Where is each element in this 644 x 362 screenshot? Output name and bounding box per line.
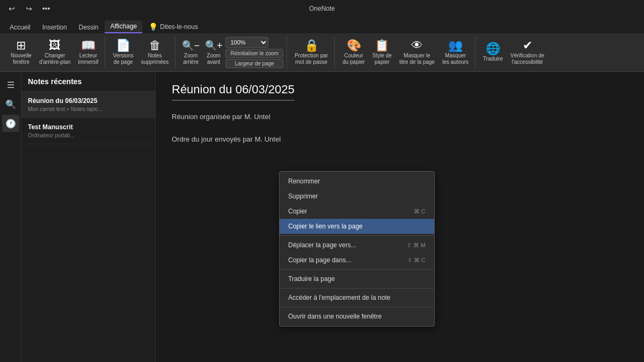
nouvelle-fenetre-button[interactable]: ⊞ Nouvellefenêtre <box>8 38 35 68</box>
style-button[interactable]: 📋 Style depapier <box>369 38 395 68</box>
menu-item-copier[interactable]: Copier ⌘ C <box>280 204 434 219</box>
menu-divider-1 <box>280 235 434 236</box>
notes-supprimees-button[interactable]: 🗑 Notessupprimées <box>138 38 172 68</box>
undo-button[interactable]: ↩ <box>4 1 19 16</box>
notes-list: Réunion du 06/03/2025 Mon carnet test » … <box>21 92 155 362</box>
menu-divider-2 <box>280 269 434 270</box>
ribbon-group-fenetres: ⊞ Nouvellefenêtre 🖼 Changerd'arrière-pla… <box>4 36 105 69</box>
bulb-icon: 💡 <box>149 23 158 31</box>
versions-page-button[interactable]: 📄 Versionsde page <box>109 38 136 68</box>
couleur-button[interactable]: 🎨 Couleurdu papier <box>339 38 368 68</box>
ribbon-group-couleur: 🎨 Couleurdu papier 📋 Style depapier 👁 Ma… <box>336 36 475 69</box>
note-subtitle-reunion: Mon carnet test » Notes rapic... <box>28 106 149 112</box>
ribbon-toolbar: ⊞ Nouvellefenêtre 🖼 Changerd'arrière-pla… <box>0 33 644 72</box>
main-layout: ☰ 🔍 🕐 Notes récentes Réunion du 06/03/20… <box>0 72 644 362</box>
tab-dites-le-nous[interactable]: 💡 Dites-le-nous <box>143 20 203 33</box>
lecteur-immersif-button[interactable]: 📖 Lecteurimmersif <box>75 38 102 68</box>
redo-button[interactable]: ↪ <box>21 1 36 16</box>
content-line-2: Ordre du jour envoyés par M. Untel <box>172 134 628 145</box>
masquer-auteurs-label: Masquerles auteurs <box>442 53 469 65</box>
menu-divider-4 <box>280 307 434 307</box>
more-button[interactable]: ••• <box>39 1 54 16</box>
masquer-auteurs-icon: 👥 <box>448 40 463 51</box>
tab-accueil[interactable]: Accueil <box>4 21 36 33</box>
sidebar-icon-notebooks[interactable]: ☰ <box>2 76 19 93</box>
titlebar: ↩ ↪ ••• OneNote <box>0 0 644 17</box>
recent-icon: 🕐 <box>5 119 16 129</box>
accessibilite-label: Vérification del'accessibilité <box>510 53 544 65</box>
masquer-titre-button[interactable]: 👁 Masquer letitre de la page <box>396 38 438 68</box>
sidebar-icons: ☰ 🔍 🕐 <box>0 72 21 362</box>
ribbon-group-traduire: 🌐 Traduire ✔ Vérification del'accessibil… <box>477 36 551 69</box>
zoom-avant-icon: 🔍+ <box>205 40 223 51</box>
tab-dessin[interactable]: Dessin <box>74 21 104 33</box>
style-label: Style depapier <box>372 53 392 65</box>
notes-panel: Notes récentes Réunion du 06/03/2025 Mon… <box>21 72 156 362</box>
couleur-label: Couleurdu papier <box>342 53 365 65</box>
zoom-select[interactable]: 100% 75% 150% 200% <box>225 37 268 48</box>
app-title: OneNote <box>309 5 335 12</box>
changer-arriere-plan-button[interactable]: 🖼 Changerd'arrière-plan <box>36 38 74 68</box>
main-content: Réunion du 06/03/2025 Réunion organisée … <box>156 72 644 362</box>
versions-label: Versionsde page <box>113 53 133 65</box>
traduire-label: Traduire <box>483 56 503 62</box>
protection-button[interactable]: 🔒 Protection parmot de passe <box>291 38 331 68</box>
note-item-manuscrit[interactable]: Test Manuscrit Ordinateur portab... <box>21 118 155 144</box>
menu-item-ouvrir-fenetre[interactable]: Ouvrir dans une nouvelle fenêtre <box>280 309 434 324</box>
menu-label-deplacer: Déplacer la page vers... <box>288 241 356 249</box>
menu-label-traduire-page: Traduire la page <box>288 275 335 283</box>
menu-item-deplacer[interactable]: Déplacer la page vers... ⇧ ⌘ M <box>280 238 434 253</box>
largeur-page-button[interactable]: Largeur de page <box>225 59 283 68</box>
ribbon-tabs: Accueil Insertion Dessin Affichage 💡 Dit… <box>0 17 644 33</box>
tab-insertion[interactable]: Insertion <box>37 21 72 33</box>
menu-label-renommer: Renommer <box>288 178 320 185</box>
masquer-auteurs-button[interactable]: 👥 Masquerles auteurs <box>439 38 472 68</box>
menu-label-acceder: Accéder à l'emplacement de la note <box>288 294 390 301</box>
note-title-reunion: Réunion du 06/03/2025 <box>28 97 149 105</box>
couleur-icon: 🎨 <box>347 40 361 51</box>
notes-supprimees-icon: 🗑 <box>149 40 161 51</box>
accessibilite-icon: ✔ <box>523 40 532 51</box>
sidebar-icon-recent[interactable]: 🕐 <box>2 115 19 132</box>
zoom-select-row: 100% 75% 150% 200% <box>225 37 283 48</box>
menu-item-renommer[interactable]: Renommer <box>280 174 434 189</box>
menu-shortcut-copier: ⌘ C <box>414 208 426 215</box>
menu-item-copier-lien[interactable]: Copier le lien vers la page <box>280 219 434 234</box>
titlebar-controls: ↩ ↪ ••• <box>4 1 54 16</box>
changer-arriere-icon: 🖼 <box>49 40 61 51</box>
zoom-arriere-icon: 🔍− <box>182 40 200 51</box>
menu-item-acceder[interactable]: Accéder à l'emplacement de la note <box>280 290 434 305</box>
notebooks-icon: ☰ <box>7 80 14 90</box>
zoom-avant-button[interactable]: 🔍+ Zoomavant <box>203 38 225 68</box>
menu-label-copier-lien: Copier le lien vers la page <box>288 223 363 230</box>
menu-label-ouvrir-fenetre: Ouvrir dans une nouvelle fenêtre <box>288 313 382 320</box>
page-content: Réunion organisée par M. Untel Ordre du … <box>172 112 628 145</box>
protection-label: Protection parmot de passe <box>295 53 328 65</box>
notes-supprimees-label: Notessupprimées <box>141 53 169 65</box>
versions-icon: 📄 <box>116 40 130 51</box>
note-item-reunion[interactable]: Réunion du 06/03/2025 Mon carnet test » … <box>21 92 155 118</box>
traduire-icon: 🌐 <box>486 43 500 55</box>
sidebar-icon-search[interactable]: 🔍 <box>2 95 19 113</box>
changer-arriere-label: Changerd'arrière-plan <box>39 53 71 65</box>
tab-affichage[interactable]: Affichage <box>105 20 142 33</box>
menu-item-copier-dans[interactable]: Copier la page dans... ⇧ ⌘ C <box>280 253 434 268</box>
menu-item-traduire-page[interactable]: Traduire la page <box>280 271 434 286</box>
ribbon-group-zoom: 🔍− Zoomarrière 🔍+ Zoomavant 100% 75% 150… <box>177 36 287 69</box>
nouvelle-fenetre-label: Nouvellefenêtre <box>11 53 32 65</box>
ribbon-group-historique: 📄 Versionsde page 🗑 Notessupprimées <box>106 36 175 69</box>
masquer-titre-icon: 👁 <box>411 40 423 51</box>
zoom-arriere-button[interactable]: 🔍− Zoomarrière <box>180 38 202 68</box>
search-icon: 🔍 <box>5 99 16 109</box>
protection-icon: 🔒 <box>304 40 319 51</box>
nouvelle-fenetre-icon: ⊞ <box>16 40 26 51</box>
note-title-manuscrit: Test Manuscrit <box>28 123 149 131</box>
menu-item-supprimer[interactable]: Supprimer <box>280 189 434 204</box>
accessibilite-button[interactable]: ✔ Vérification del'accessibilité <box>507 38 547 68</box>
traduire-button[interactable]: 🌐 Traduire <box>480 38 506 68</box>
lecteur-icon: 📖 <box>81 40 96 51</box>
reinitialiser-zoom-button[interactable]: Réinitialiser le zoom <box>225 49 283 58</box>
ribbon-group-protection: 🔒 Protection parmot de passe <box>288 36 335 69</box>
notes-header: Notes récentes <box>21 72 155 92</box>
masquer-titre-label: Masquer letitre de la page <box>399 53 435 65</box>
